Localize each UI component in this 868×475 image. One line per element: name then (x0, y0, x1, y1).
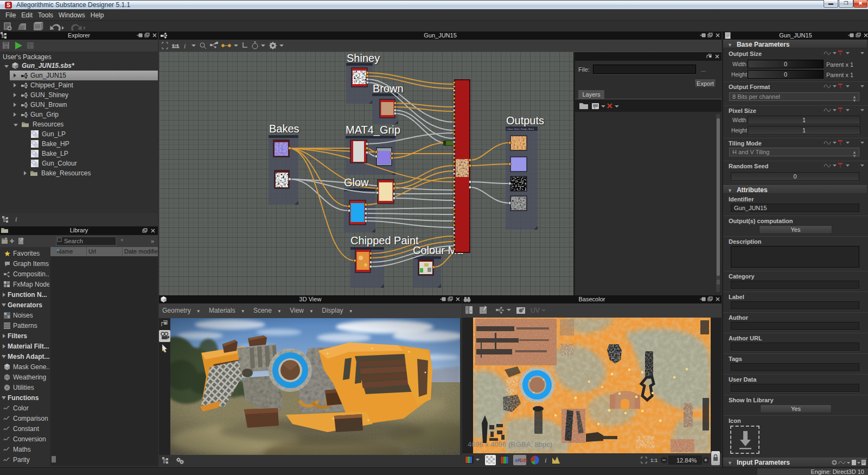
svg-text:Brown: Brown (373, 83, 404, 94)
svg-text:1:1: 1:1 (650, 458, 658, 463)
svg-text:Chipped Paint: Chipped Paint (350, 235, 419, 246)
svg-text:UV: UV (531, 307, 540, 314)
svg-text:GB: GB (520, 458, 527, 463)
svg-text:Outputs: Outputs (506, 115, 544, 126)
svg-text:i: i (184, 42, 186, 50)
svg-text:1:1: 1:1 (172, 43, 179, 49)
svg-text:Glow: Glow (344, 176, 369, 188)
svg-text:Colour, Norm, Rough, Metal: Colour, Norm, Rough, Metal (507, 128, 534, 130)
svg-text:Bakes: Bakes (269, 123, 299, 135)
svg-text:Search: Search (64, 238, 83, 244)
svg-text:12.84%: 12.84% (676, 457, 697, 464)
svg-text:»: » (151, 238, 154, 244)
svg-text:MAT4_Grip: MAT4_Grip (346, 124, 400, 136)
svg-text:Shiney: Shiney (347, 52, 380, 64)
svg-text:i: i (545, 456, 547, 464)
